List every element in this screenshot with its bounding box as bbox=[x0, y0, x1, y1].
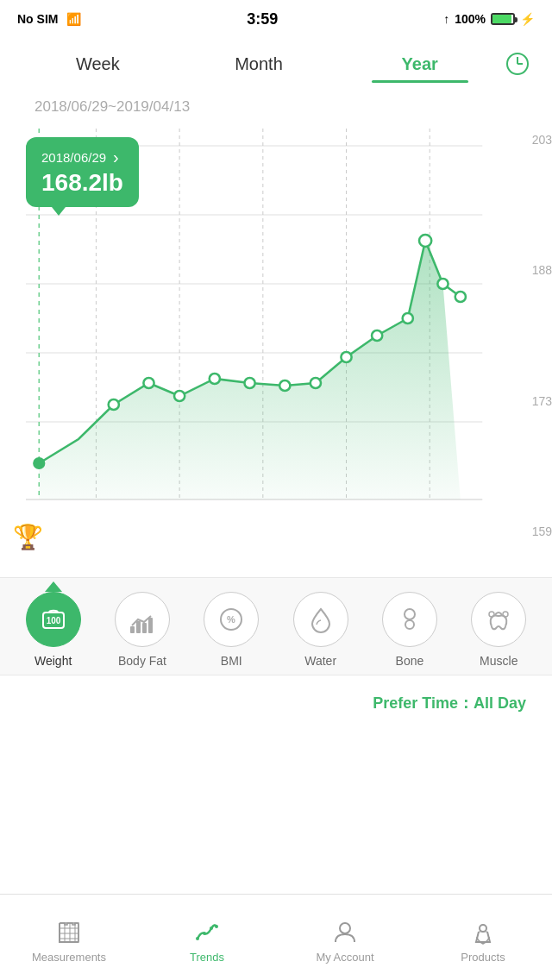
trends-icon bbox=[194, 920, 220, 945]
svg-point-53 bbox=[340, 923, 350, 933]
metrics-row: 100 Weight Body Fat bbox=[9, 592, 543, 668]
tooltip-date: 2018/06/29 › bbox=[41, 148, 123, 167]
svg-point-41 bbox=[503, 612, 508, 617]
status-bar: No SIM 📶 3:59 ↑ 100% ⚡ bbox=[0, 0, 552, 38]
water-icon bbox=[305, 604, 336, 635]
svg-point-27 bbox=[455, 292, 466, 302]
metric-water[interactable]: Water bbox=[293, 592, 348, 668]
nav-trends[interactable]: Trends bbox=[138, 911, 276, 964]
bodyfat-icon bbox=[127, 604, 158, 635]
svg-point-17 bbox=[174, 391, 185, 401]
svg-point-52 bbox=[215, 925, 218, 928]
metric-weight-label: Weight bbox=[34, 654, 72, 668]
trends-label: Trends bbox=[190, 951, 224, 964]
bmi-icon: % bbox=[216, 604, 247, 635]
svg-point-40 bbox=[489, 612, 494, 617]
svg-point-54 bbox=[480, 925, 486, 932]
svg-point-16 bbox=[143, 378, 154, 388]
tab-week[interactable]: Week bbox=[17, 47, 179, 81]
svg-point-23 bbox=[372, 330, 382, 341]
svg-rect-34 bbox=[148, 618, 153, 633]
products-label: Products bbox=[461, 951, 505, 964]
bottom-nav: Measurements Trends My Account Products bbox=[0, 894, 552, 980]
tooltip-arrow-icon: › bbox=[113, 148, 119, 167]
carrier-signal: No SIM 📶 bbox=[17, 12, 81, 26]
svg-point-37 bbox=[405, 609, 415, 619]
tab-month[interactable]: Month bbox=[179, 47, 340, 81]
measurements-icon bbox=[56, 920, 82, 945]
svg-point-50 bbox=[203, 932, 206, 935]
measurements-label: Measurements bbox=[32, 951, 106, 964]
svg-rect-33 bbox=[142, 623, 147, 633]
water-icon-wrap bbox=[293, 592, 348, 647]
svg-point-19 bbox=[244, 378, 254, 388]
y-label-159: 159 bbox=[518, 525, 552, 538]
nav-measurements[interactable]: Measurements bbox=[0, 911, 138, 964]
metric-active-arrow bbox=[45, 581, 62, 592]
svg-point-22 bbox=[341, 352, 351, 362]
tab-year[interactable]: Year bbox=[339, 47, 500, 81]
metric-muscle[interactable]: Muscle bbox=[471, 592, 526, 668]
tooltip-weight: 168.2lb bbox=[41, 169, 123, 197]
svg-point-18 bbox=[210, 374, 220, 384]
svg-point-49 bbox=[196, 937, 199, 940]
metric-bone[interactable]: Bone bbox=[382, 592, 437, 668]
svg-rect-42 bbox=[60, 923, 78, 942]
battery-status: ↑ 100% ⚡ bbox=[443, 12, 535, 26]
period-tabs: Week Month Year bbox=[0, 38, 552, 90]
metric-muscle-label: Muscle bbox=[480, 654, 518, 668]
clock-button[interactable] bbox=[500, 47, 535, 81]
svg-point-26 bbox=[437, 279, 448, 289]
metric-bmi-label: BMI bbox=[221, 654, 242, 668]
muscle-icon bbox=[483, 604, 514, 635]
metric-bodyfat-label: Body Fat bbox=[118, 654, 166, 668]
svg-point-25 bbox=[419, 235, 431, 247]
date-range: 2018/06/29~2019/04/13 bbox=[0, 90, 552, 120]
weight-icon: 100 bbox=[38, 604, 69, 635]
y-label-203: 203 bbox=[518, 133, 552, 147]
svg-point-51 bbox=[210, 927, 213, 930]
chart-container: 2018/06/29 › 168.2lb bbox=[0, 129, 552, 577]
nav-products[interactable]: Products bbox=[414, 911, 552, 964]
svg-point-38 bbox=[405, 620, 414, 629]
prefer-time[interactable]: Prefer Time：All Day bbox=[0, 675, 552, 731]
svg-point-15 bbox=[109, 399, 119, 410]
svg-text:100: 100 bbox=[46, 616, 60, 625]
y-label-173: 173 bbox=[518, 394, 552, 408]
svg-point-24 bbox=[403, 313, 413, 324]
metric-bmi[interactable]: % BMI bbox=[204, 592, 259, 668]
metric-water-label: Water bbox=[304, 654, 336, 668]
bmi-icon-wrap: % bbox=[204, 592, 259, 647]
weight-icon-wrap: 100 bbox=[26, 592, 81, 647]
trophy-icon: 🏆 bbox=[13, 523, 43, 551]
metric-weight[interactable]: 100 Weight bbox=[26, 592, 81, 668]
my-account-icon bbox=[332, 920, 358, 945]
svg-point-21 bbox=[310, 378, 321, 388]
svg-rect-31 bbox=[130, 626, 135, 633]
svg-point-28 bbox=[33, 457, 45, 469]
bodyfat-icon-wrap bbox=[115, 592, 170, 647]
bone-icon-wrap bbox=[382, 592, 437, 647]
bone-icon bbox=[394, 604, 425, 635]
chart-tooltip[interactable]: 2018/06/29 › 168.2lb bbox=[26, 137, 139, 207]
y-label-188: 188 bbox=[518, 263, 552, 277]
my-account-label: My Account bbox=[316, 951, 373, 964]
nav-my-account[interactable]: My Account bbox=[276, 911, 414, 964]
svg-point-20 bbox=[279, 380, 290, 391]
svg-rect-32 bbox=[136, 621, 141, 633]
muscle-icon-wrap bbox=[471, 592, 526, 647]
metrics-tabs: 100 Weight Body Fat bbox=[0, 577, 552, 675]
time-display: 3:59 bbox=[247, 10, 278, 28]
metric-bone-label: Bone bbox=[396, 654, 424, 668]
metric-bodyfat[interactable]: Body Fat bbox=[115, 592, 170, 668]
y-axis-labels: 203 188 173 159 bbox=[518, 129, 552, 543]
products-icon bbox=[470, 920, 496, 945]
svg-text:%: % bbox=[227, 614, 235, 625]
